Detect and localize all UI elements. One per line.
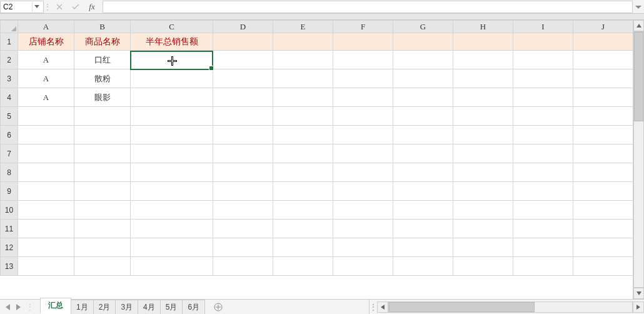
hscroll-thumb[interactable] [389, 302, 535, 312]
row-header-5[interactable]: 5 [1, 107, 18, 126]
cell-A7[interactable] [18, 144, 74, 163]
cell-B7[interactable] [74, 144, 131, 163]
sheet-tab-jan[interactable]: 1月 [71, 300, 94, 314]
cell-I5[interactable] [513, 107, 573, 126]
cell-A6[interactable] [18, 126, 74, 144]
scroll-left-icon[interactable] [377, 301, 388, 313]
cell-J3[interactable] [573, 69, 633, 88]
cell-C3[interactable] [131, 69, 213, 88]
cell-J9[interactable] [573, 182, 633, 201]
scroll-up-icon[interactable] [633, 20, 644, 31]
cell-F6[interactable] [333, 126, 393, 144]
cell-B13[interactable] [74, 257, 131, 276]
cell-F4[interactable] [333, 88, 393, 107]
cell-D3[interactable] [213, 69, 273, 88]
cell-E11[interactable] [273, 220, 333, 238]
row-header-11[interactable]: 11 [1, 220, 18, 238]
cell-J5[interactable] [573, 107, 633, 126]
vertical-scrollbar[interactable] [633, 20, 644, 299]
cell-C8[interactable] [131, 163, 213, 182]
cell-C9[interactable] [131, 182, 213, 201]
cell-A5[interactable] [18, 107, 74, 126]
fx-icon[interactable]: fx [84, 1, 100, 13]
cancel-icon[interactable] [51, 1, 68, 13]
cell-J11[interactable] [573, 220, 633, 238]
cell-G1[interactable] [393, 33, 453, 51]
row-header-10[interactable]: 10 [1, 201, 18, 220]
cell-J7[interactable] [573, 144, 633, 163]
cell-H6[interactable] [453, 126, 513, 144]
cell-D1[interactable] [213, 33, 273, 51]
row-header-4[interactable]: 4 [1, 88, 18, 107]
formula-bar-expand-icon[interactable] [633, 1, 644, 13]
col-header-C[interactable]: C [131, 21, 213, 33]
cell-H13[interactable] [453, 257, 513, 276]
cell-I8[interactable] [513, 163, 573, 182]
cell-A12[interactable] [18, 238, 74, 257]
cell-D5[interactable] [213, 107, 273, 126]
col-header-A[interactable]: A [18, 21, 74, 33]
cell-G12[interactable] [393, 238, 453, 257]
cell-J12[interactable] [573, 238, 633, 257]
cell-I3[interactable] [513, 69, 573, 88]
cell-E8[interactable] [273, 163, 333, 182]
cell-C10[interactable] [131, 201, 213, 220]
spreadsheet-grid[interactable]: A B C D E F G H I J 1 店铺名称 商品名称 半年总销售额 [0, 20, 633, 276]
cell-F12[interactable] [333, 238, 393, 257]
cell-D9[interactable] [213, 182, 273, 201]
cell-B2[interactable]: 口红 [74, 51, 131, 69]
cell-D4[interactable] [213, 88, 273, 107]
cell-J4[interactable] [573, 88, 633, 107]
col-header-F[interactable]: F [333, 21, 393, 33]
cell-G5[interactable] [393, 107, 453, 126]
cell-B10[interactable] [74, 201, 131, 220]
cell-H7[interactable] [453, 144, 513, 163]
col-header-J[interactable]: J [573, 21, 633, 33]
cell-F13[interactable] [333, 257, 393, 276]
cell-G9[interactable] [393, 182, 453, 201]
cell-F8[interactable] [333, 163, 393, 182]
cell-H5[interactable] [453, 107, 513, 126]
sheet-tab-mar[interactable]: 3月 [115, 300, 138, 314]
cell-J8[interactable] [573, 163, 633, 182]
cell-H4[interactable] [453, 88, 513, 107]
cell-G2[interactable] [393, 51, 453, 69]
cell-B8[interactable] [74, 163, 131, 182]
col-header-B[interactable]: B [74, 21, 131, 33]
cell-I7[interactable] [513, 144, 573, 163]
cell-A1[interactable]: 店铺名称 [18, 33, 74, 51]
cell-G11[interactable] [393, 220, 453, 238]
cell-I12[interactable] [513, 238, 573, 257]
cell-I10[interactable] [513, 201, 573, 220]
cell-A2[interactable]: A [18, 51, 74, 69]
cell-C1[interactable]: 半年总销售额 [131, 33, 213, 51]
cell-H2[interactable] [453, 51, 513, 69]
cell-F9[interactable] [333, 182, 393, 201]
cell-D6[interactable] [213, 126, 273, 144]
cell-B6[interactable] [74, 126, 131, 144]
sheet-tab-feb[interactable]: 2月 [93, 300, 116, 314]
cell-E12[interactable] [273, 238, 333, 257]
row-header-6[interactable]: 6 [1, 126, 18, 144]
row-header-8[interactable]: 8 [1, 163, 18, 182]
vscroll-track[interactable] [633, 31, 644, 288]
row-header-2[interactable]: 2 [1, 51, 18, 69]
scroll-right-icon[interactable] [633, 301, 644, 313]
horizontal-scrollbar[interactable]: ⋮ [369, 300, 644, 314]
cell-D8[interactable] [213, 163, 273, 182]
sheet-tab-summary[interactable]: 汇总 [40, 298, 71, 314]
cell-C6[interactable] [131, 126, 213, 144]
cell-F3[interactable] [333, 69, 393, 88]
cell-H1[interactable] [453, 33, 513, 51]
cell-G13[interactable] [393, 257, 453, 276]
cell-H8[interactable] [453, 163, 513, 182]
cell-D7[interactable] [213, 144, 273, 163]
cell-G4[interactable] [393, 88, 453, 107]
cell-A10[interactable] [18, 201, 74, 220]
cell-J10[interactable] [573, 201, 633, 220]
col-header-H[interactable]: H [453, 21, 513, 33]
cell-E6[interactable] [273, 126, 333, 144]
name-box-dropdown[interactable] [32, 2, 41, 12]
new-sheet-button[interactable] [211, 300, 226, 314]
cell-A3[interactable]: A [18, 69, 74, 88]
